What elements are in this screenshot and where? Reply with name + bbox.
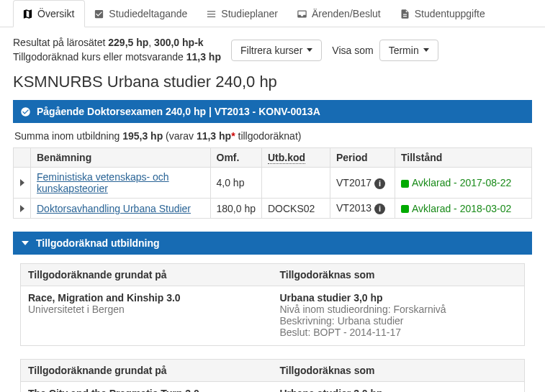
expand-toggle[interactable] xyxy=(14,199,31,219)
status-text: Avklarad - 2017-08-22 xyxy=(412,177,511,188)
table-row: Feministiska vetenskaps- och kunskapsteo… xyxy=(14,168,532,199)
list-icon xyxy=(206,9,217,19)
file-icon xyxy=(400,9,410,19)
summary-value: 11,3 hp xyxy=(186,51,221,63)
tab-label: Översikt xyxy=(37,8,74,19)
tab-overview[interactable]: Översikt xyxy=(13,0,85,27)
status-indicator xyxy=(401,205,409,213)
status-label: Avklarad xyxy=(412,203,451,214)
chevron-down-icon xyxy=(20,241,30,245)
filter-courses-button[interactable]: Filtrera kurser xyxy=(231,40,322,61)
col-code-label: Utb.kod xyxy=(268,152,305,164)
credit-source: Race, Migration and Kinship 3.0 Universi… xyxy=(21,286,273,345)
tab-plans[interactable]: Studieplaner xyxy=(197,1,288,27)
check-square-icon xyxy=(94,9,104,19)
text: tillgodoräknat) xyxy=(235,130,302,142)
course-code xyxy=(262,168,330,199)
summary-row: Resultat på lärosätet 229,5 hp, 300,0 hp… xyxy=(13,36,532,64)
course-scope: 4,0 hp xyxy=(210,168,262,199)
text: Summa inom utbildning xyxy=(14,130,122,142)
course-link[interactable]: Doktorsavhandling Urbana Studier xyxy=(37,203,191,214)
summary-value: 229,5 hp xyxy=(108,37,148,48)
program-section-header[interactable]: Pågående Doktorsexamen 240,0 hp | VT2013… xyxy=(13,100,532,123)
credit-head-right: Tillgodoräknas som xyxy=(273,360,525,381)
courses-table: Benämning Omf. Utb.kod Period Tillstånd … xyxy=(13,147,532,219)
expand-toggle[interactable] xyxy=(14,168,31,199)
course-status-cell: Avklarad - 2018-03-02 xyxy=(395,199,532,219)
credit-head-left: Tillgodoräknande grundat på xyxy=(21,360,273,381)
result-summary: Resultat på lärosätet 229,5 hp, 300,0 hp… xyxy=(13,36,221,64)
tab-label: Studentuppgifte xyxy=(415,8,485,19)
col-scope: Omf. xyxy=(210,148,262,168)
chevron-right-icon xyxy=(20,205,24,212)
tab-label: Studiedeltagande xyxy=(109,8,187,19)
info-icon[interactable]: i xyxy=(374,204,385,214)
credited-section-header[interactable]: Tillgodoräknad utbildning xyxy=(13,232,532,255)
text: (varav xyxy=(163,130,197,142)
summary-value: 11,3 hp xyxy=(197,130,231,142)
credit-item: Tillgodoräknande grundat på Tillgodoräkn… xyxy=(20,263,525,346)
credit-item: Tillgodoräknande grundat på Tillgodoräkn… xyxy=(20,359,525,392)
tab-label: Ärenden/Beslut xyxy=(312,8,381,19)
caret-down-icon xyxy=(423,48,429,52)
tab-label: Studieplaner xyxy=(221,8,278,19)
course-period: VT2017 xyxy=(336,177,371,188)
status-date: 2018-03-02 xyxy=(460,203,512,214)
credit-source: The City and the Pragmatic Turn 3.0 Købe… xyxy=(21,382,273,392)
status-date: 2017-08-22 xyxy=(460,177,512,188)
status-text: Avklarad - 2018-03-02 xyxy=(412,203,511,214)
credit-target: Urbana studier 3,0 hp Nivå inom studieor… xyxy=(273,382,525,392)
course-period: VT2013 xyxy=(336,202,371,214)
status-indicator xyxy=(401,180,409,188)
credit-detail: Beslut: BOPT - 2014-11-17 xyxy=(280,327,518,338)
content-area: Resultat på lärosätet 229,5 hp, 300,0 hp… xyxy=(0,27,545,392)
tab-cases[interactable]: Ärenden/Beslut xyxy=(288,1,391,27)
caret-down-icon xyxy=(307,48,312,52)
page-title: KSMNURBS Urbana studier 240,0 hp xyxy=(13,73,532,91)
tab-participation[interactable]: Studiedeltagande xyxy=(85,1,197,27)
col-period: Period xyxy=(330,148,395,168)
col-name: Benämning xyxy=(31,148,211,168)
view-as-group: Visa som Termin xyxy=(332,40,438,61)
section-title: Pågående Doktorsexamen 240,0 hp | VT2013… xyxy=(37,106,320,117)
view-as-label: Visa som xyxy=(332,45,373,56)
view-as-select[interactable]: Termin xyxy=(379,40,438,61)
table-row: Doktorsavhandling Urbana Studier 180,0 h… xyxy=(14,199,532,219)
summary-value: 195,3 hp xyxy=(122,130,163,142)
credit-detail: Beskrivning: Urbana studier xyxy=(280,315,518,327)
credit-target: Urbana studier 3,0 hp Nivå inom studieor… xyxy=(273,286,525,345)
program-sub-summary: Summa inom utbildning 195,3 hp (varav 11… xyxy=(13,123,532,147)
credit-head-right: Tillgodoräknas som xyxy=(273,264,525,286)
credit-target-title: Urbana studier 3,0 hp xyxy=(280,292,518,304)
credit-source-title: The City and the Pragmatic Turn 3.0 xyxy=(28,388,266,392)
summary-value: 300,0 hp-k xyxy=(154,37,203,48)
button-label: Filtrera kurser xyxy=(240,45,302,56)
credit-target-title: Urbana studier 3,0 hp xyxy=(280,388,518,392)
info-icon[interactable]: i xyxy=(374,178,385,189)
inbox-icon xyxy=(297,9,307,19)
credit-source-title: Race, Migration and Kinship 3.0 xyxy=(28,292,266,304)
tab-studentinfo[interactable]: Studentuppgifte xyxy=(391,1,495,27)
course-code: DOCKS02 xyxy=(262,199,330,219)
expand-col-header xyxy=(14,148,31,168)
check-circle-icon xyxy=(20,106,31,117)
course-status-cell: Avklarad - 2017-08-22 xyxy=(395,168,532,199)
map-icon xyxy=(22,9,33,19)
credit-source-sub: Universitetet i Bergen xyxy=(28,304,266,315)
course-period-cell: VT2013i xyxy=(330,199,395,219)
credit-head-left: Tillgodoräknande grundat på xyxy=(21,264,273,286)
summary-label: Resultat på lärosätet xyxy=(13,37,108,48)
credit-detail: Nivå inom studieordning: Forskarnivå xyxy=(280,304,518,315)
button-label: Termin xyxy=(389,45,419,56)
col-state: Tillstånd xyxy=(395,148,532,168)
course-scope: 180,0 hp xyxy=(210,199,262,219)
section-title: Tillgodoräknad utbildning xyxy=(36,237,160,249)
tab-bar: Översikt Studiedeltagande Studieplaner Ä… xyxy=(0,0,545,27)
separator: , xyxy=(148,37,154,48)
col-code: Utb.kod xyxy=(262,148,330,168)
summary-label: Tillgodoräknad kurs eller motsvarande xyxy=(13,51,186,63)
chevron-right-icon xyxy=(20,179,24,186)
course-period-cell: VT2017i xyxy=(330,168,395,199)
status-label: Avklarad xyxy=(412,177,451,188)
course-link[interactable]: Feministiska vetenskaps- och kunskapsteo… xyxy=(37,171,169,194)
